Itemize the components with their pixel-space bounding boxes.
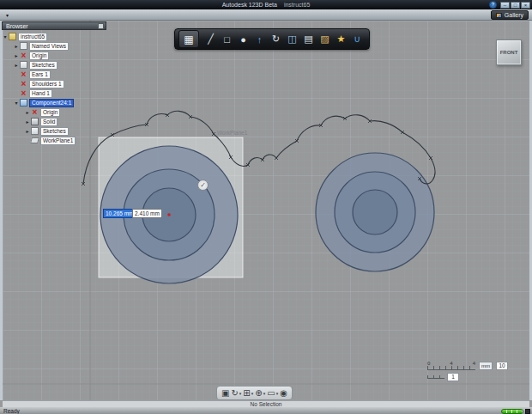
tree-item-named-views[interactable]: ▸Named Views — [2, 41, 106, 51]
tree-item-label: WorkPlane1 — [40, 137, 76, 145]
tree-item-origin[interactable]: ▸×Origin — [2, 51, 106, 60]
window-title: Autodesk 123D Beta — [222, 2, 277, 8]
extrude-icon[interactable]: ↑ — [251, 30, 268, 48]
tree-item-label: Sketches — [29, 61, 57, 70]
tree-item-label: Shoulders 1 — [29, 80, 64, 88]
browser-panel: Browser ▾instruct65▸Named Views▸×Origin▸… — [2, 21, 106, 145]
status-bar: Ready — [0, 407, 532, 414]
browser-panel-header[interactable]: Browser — [2, 21, 106, 30]
folder-icon — [9, 33, 16, 40]
maximize-button[interactable]: □ — [511, 2, 520, 9]
revolve-icon[interactable]: ↻ — [268, 30, 284, 48]
split-icon[interactable]: ◫ — [284, 30, 300, 48]
app-window: Autodesk 123D Beta instruct65 ? – □ × ▾ … — [0, 0, 532, 414]
tree-item-hand-1[interactable]: ×Hand 1 — [2, 88, 106, 98]
sketch-center-point[interactable] — [167, 213, 171, 216]
tree-item-label: Component24:1 — [29, 99, 74, 107]
primitive-box-icon[interactable]: □ — [219, 30, 235, 48]
viewcube-front-face[interactable]: FRONT — [500, 50, 518, 55]
unit-label: mm — [479, 362, 493, 370]
expander-down-icon[interactable]: ▾ — [2, 33, 9, 40]
expander-right-icon[interactable]: ▸ — [13, 62, 20, 68]
sketch-icon[interactable]: ╱ — [203, 30, 219, 48]
gallery-button[interactable]: Gallery — [491, 10, 529, 20]
tree-item-label: Origin — [40, 108, 60, 117]
tree-item-workplane1[interactable]: WorkPlane1 — [2, 136, 106, 145]
expander-right-icon[interactable]: ▸ — [13, 52, 20, 58]
gallery-label: Gallery — [505, 12, 523, 18]
selection-status-text: No Selection — [251, 401, 282, 407]
tree-item-shoulders-1[interactable]: ×Shoulders 1 — [2, 79, 106, 88]
dimension-input-secondary[interactable]: 2.410 mm — [132, 209, 162, 218]
red-x-icon: × — [20, 52, 27, 59]
tree-item-sketches[interactable]: ▸Sketches — [2, 126, 106, 136]
titlebar: Autodesk 123D Beta instruct65 ? – □ × — [0, 0, 532, 9]
tree-item-label: Origin — [29, 52, 49, 60]
material-icon[interactable]: ▨ — [317, 30, 333, 48]
expander-right-icon[interactable]: ▸ — [13, 43, 20, 49]
close-button[interactable]: × — [521, 2, 530, 9]
orbit-icon[interactable]: ↻ — [231, 387, 238, 399]
pattern-icon[interactable]: ▤ — [300, 30, 317, 48]
scale-ruler[interactable] — [427, 366, 475, 370]
zoom-icon[interactable]: ⊕ — [255, 387, 262, 399]
modeling-toolbar-icons: ▦╱□●↑↻◫▤▨★∪ — [178, 30, 366, 48]
resize-grip[interactable] — [525, 409, 530, 414]
tree-item-ears-1[interactable]: ×Ears 1 — [2, 70, 106, 79]
sketch-icon — [31, 127, 39, 135]
workplane-icon — [30, 137, 39, 143]
tree-item-label: Hand 1 — [29, 89, 52, 98]
red-x-icon: × — [20, 70, 27, 78]
grid-size-value[interactable]: 10 — [496, 362, 508, 370]
browser-panel-title: Browser — [6, 22, 28, 30]
red-x-icon: × — [20, 80, 27, 88]
sketch-circles-right[interactable] — [316, 153, 434, 271]
expander-right-icon[interactable]: ▸ — [24, 109, 31, 115]
browser-collapse-button[interactable] — [98, 23, 104, 29]
dropdown-arrow-icon[interactable]: ▾ — [239, 391, 242, 396]
dropdown-arrow-icon[interactable]: ▾ — [251, 391, 254, 396]
tree-item-component24-1[interactable]: ▾Component24:1 — [2, 98, 106, 107]
tree-item-solid[interactable]: ▸Solid — [2, 117, 106, 126]
views-icon — [20, 42, 27, 50]
dimension-input-active[interactable]: 10.265 mm — [103, 209, 136, 218]
tree-item-origin[interactable]: ▸×Origin — [2, 107, 106, 117]
pan-icon[interactable]: ⊞ — [243, 387, 250, 399]
red-x-icon: × — [20, 89, 27, 97]
tree-item-label: Solid — [40, 118, 57, 126]
confirm-check-icon[interactable]: ✓ — [197, 180, 209, 191]
ready-status-text: Ready — [3, 408, 20, 414]
tree-item-sketches[interactable]: ▸Sketches — [2, 60, 106, 70]
sketch-icon — [20, 61, 27, 69]
tree-item-label: Sketches — [40, 127, 69, 136]
select-icon[interactable]: ▣ — [221, 387, 229, 399]
dropdown-arrow-icon[interactable]: ▾ — [263, 391, 266, 396]
snap-icon[interactable]: ∪ — [349, 30, 366, 48]
expander-down-icon[interactable]: ▾ — [13, 100, 20, 106]
workplane-canvas-label: WorkPlane1 — [217, 130, 248, 136]
expander-right-icon[interactable]: ▸ — [24, 119, 31, 125]
tree-item-instruct65[interactable]: ▾instruct65 — [2, 32, 106, 41]
dropdown-arrow-icon[interactable]: ▾ — [276, 391, 279, 396]
tree-item-label: Ears 1 — [29, 70, 51, 79]
selection-status-bar: No Selection — [3, 400, 529, 407]
primitive-sphere-icon[interactable]: ● — [235, 30, 251, 48]
tree-item-label: Named Views — [29, 42, 69, 51]
red-x-icon: × — [31, 108, 39, 116]
visibility-icon[interactable]: ◉ — [280, 387, 287, 399]
expander-right-icon[interactable]: ▸ — [24, 128, 31, 134]
window-controls: ? – □ × — [489, 1, 530, 9]
gallery-icon — [496, 13, 502, 18]
component-icon — [20, 99, 27, 107]
viewcube[interactable]: FRONT — [496, 40, 522, 65]
app-menu-dropdown-icon[interactable]: ▾ — [6, 12, 9, 18]
minimize-button[interactable]: – — [500, 2, 510, 9]
navigation-toolbar: ▣↻▾⊞▾⊕▾▭▾◉ — [216, 386, 293, 400]
help-icon[interactable]: ? — [489, 1, 497, 9]
app-menu-icon[interactable]: ▦ — [178, 30, 199, 48]
minor-grid-value[interactable]: 1 — [447, 373, 459, 381]
display-icon[interactable]: ▭ — [267, 387, 275, 399]
scale-ruler-secondary[interactable] — [427, 375, 444, 379]
browser-tree: ▾instruct65▸Named Views▸×Origin▸Sketches… — [2, 30, 106, 145]
star-icon[interactable]: ★ — [333, 30, 349, 48]
